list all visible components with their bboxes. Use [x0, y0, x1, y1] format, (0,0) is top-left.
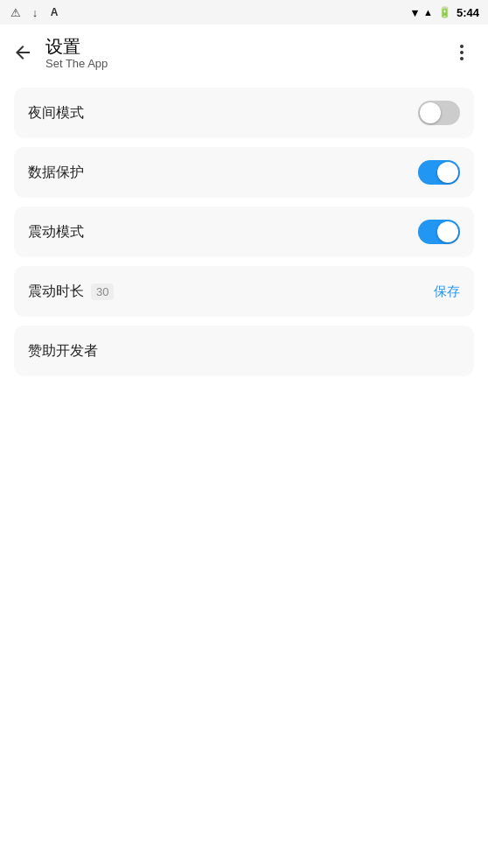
vibration-mode-label: 震动模式: [28, 223, 84, 242]
vibration-duration-left: 震动时长 30: [28, 283, 114, 301]
night-mode-toggle[interactable]: [418, 101, 460, 125]
settings-content: 夜间模式 数据保护 震动模式 震动时长 30 保存 赞助开发者: [0, 80, 488, 383]
more-vert-icon: [451, 42, 472, 63]
toggle-knob: [437, 221, 458, 242]
svg-point-1: [460, 51, 464, 54]
donate-row[interactable]: 赞助开发者: [14, 326, 474, 376]
donate-label: 赞助开发者: [28, 342, 98, 360]
app-bar: 设置 Set The App: [0, 24, 488, 80]
back-button[interactable]: [3, 33, 42, 72]
back-arrow-icon: [12, 42, 33, 63]
status-bar: ▾ ▲ 🔋 5:44: [0, 0, 488, 24]
battery-icon: 🔋: [438, 6, 451, 18]
vibration-duration-label: 震动时长: [28, 283, 84, 301]
data-protection-row: 数据保护: [14, 147, 474, 198]
signal-icon: ▲: [423, 7, 433, 18]
font-icon: [47, 5, 61, 19]
vibration-duration-row: 震动时长 30 保存: [14, 266, 474, 317]
night-mode-label: 夜间模式: [28, 104, 84, 122]
save-button[interactable]: 保存: [434, 284, 460, 300]
data-protection-toggle[interactable]: [418, 160, 460, 185]
status-bar-right-icons: ▾ ▲ 🔋 5:44: [412, 6, 479, 19]
app-bar-subtitle: Set The App: [45, 57, 443, 70]
clock: 5:44: [457, 6, 479, 19]
overflow-menu-button[interactable]: [443, 33, 481, 72]
warning-icon: [9, 5, 23, 19]
app-bar-title-container: 设置 Set The App: [42, 36, 443, 70]
toggle-knob: [437, 162, 458, 183]
data-protection-label: 数据保护: [28, 164, 84, 182]
vibration-mode-toggle[interactable]: [418, 220, 460, 244]
night-mode-row: 夜间模式: [14, 88, 474, 138]
vibration-mode-row: 震动模式: [14, 206, 474, 257]
download-icon: [28, 5, 42, 19]
wifi-icon: ▾: [412, 6, 418, 19]
svg-point-2: [460, 57, 464, 60]
status-bar-left-icons: [9, 5, 61, 19]
vibration-duration-value[interactable]: 30: [91, 284, 114, 300]
svg-point-0: [460, 45, 464, 48]
app-bar-title: 设置: [45, 36, 443, 57]
toggle-knob: [420, 102, 441, 123]
